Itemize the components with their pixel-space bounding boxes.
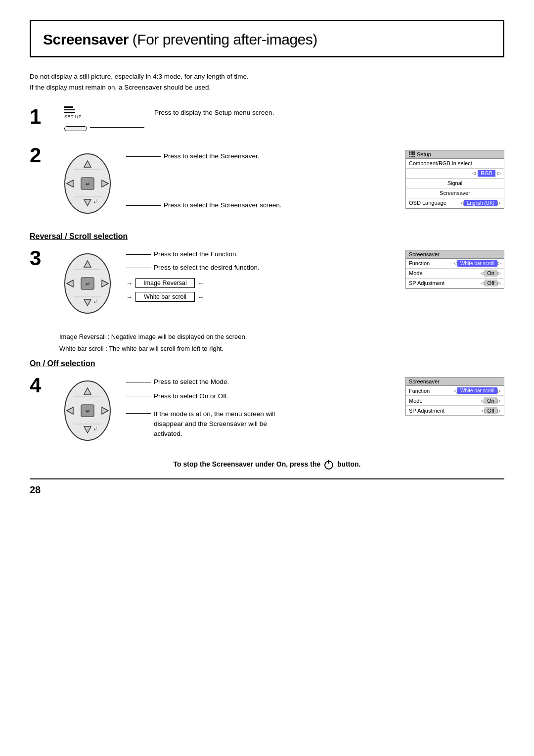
step4-label-function: Function: [409, 388, 454, 394]
title-normal: (For preventing after-images): [129, 31, 317, 47]
step3-arrow-left-function: ◁: [454, 261, 457, 266]
step3-arrow-left-sp: ◁: [481, 281, 485, 285]
menu-row-component: Component/RGB-in select: [406, 159, 504, 169]
step-2-line2: Press to select the Screensaver screen.: [164, 201, 282, 210]
step-4-menu: Screensaver Function ◁ White bar scroll …: [405, 377, 504, 416]
step4-menu-row-function: Function ◁ White bar scroll ▷: [406, 386, 504, 396]
step-4-row: 4 ↵ ↲ Press to select the Mode.: [30, 375, 504, 445]
func-box-white-bar: White bar scroll: [135, 292, 195, 302]
step-3-desc1: Image Reversall : Negative image will be…: [59, 332, 504, 342]
step3-arrow-right-function: ▷: [497, 261, 501, 266]
menu-label-osd: OSD Language: [409, 200, 460, 206]
menu-row-signal: Signal: [406, 179, 504, 189]
svg-text:↵: ↵: [86, 281, 90, 287]
power-icon: [324, 461, 333, 470]
menu-arrow-right-rgb: ▷: [497, 171, 501, 176]
step3-value-sp: Off: [485, 280, 497, 286]
step4-menu-row-sp: SP Adjustment ◁ Off ▷: [406, 406, 504, 416]
step-2-row: 2 ↵ ↲: [30, 145, 504, 218]
step-4-remote: ↵ ↲: [59, 377, 116, 445]
svg-text:↵: ↵: [86, 181, 90, 187]
intro-line2: If the display must remain on, a Screens…: [30, 82, 504, 93]
step3-arrow-right-mode: ▷: [497, 271, 501, 276]
step-3-line2: Press to select the desired function.: [154, 263, 260, 273]
page-title: Screensaver (For preventing after-images…: [30, 20, 504, 57]
menu-value-rgb: RGB: [478, 170, 495, 177]
step-4-text-area: Press to select the Mode. Press to selec…: [126, 375, 396, 439]
step4-arrow-left-sp: ◁: [481, 408, 485, 413]
step-3-remote: ↵ ↲: [59, 250, 116, 318]
step3-menu-row-sp: SP Adjustment ◁ Off ▷: [406, 279, 504, 288]
step-1-number: 1: [30, 106, 59, 127]
step-1-instruction: Press to display the Setup menu screen.: [154, 108, 504, 118]
step4-arrow-left-function: ◁: [454, 388, 457, 393]
step3-value-mode: On: [484, 270, 497, 277]
step3-arrow-right-sp: ▷: [497, 281, 501, 285]
step3-menu-row-function: Function ◁ White bar scroll ▷: [406, 259, 504, 269]
step-4-number: 4: [30, 375, 59, 396]
step-3-row: 3 ↵ ↲ Press to select the Function.: [30, 248, 504, 318]
menu-label-screensaver: Screensaver: [409, 190, 501, 196]
setup-button-visual: [64, 126, 87, 131]
step3-arrow-left-mode: ◁: [481, 271, 484, 276]
step-1-content: SET UP Press to display the Setup menu s…: [59, 106, 504, 131]
step-2-text-area: Press to select the Screensaver. Press t…: [126, 145, 396, 210]
step-3-text-area: Press to select the Function. Press to s…: [126, 248, 396, 302]
menu-arrow-left-osd: ◁: [460, 200, 464, 205]
func-box-row-1: → Image Reversal ←: [126, 278, 396, 288]
step-3-menu-title-text: Screensaver: [409, 251, 440, 257]
step-2-content: ↵ ↲ Press to select the Screensaver. Pre…: [59, 145, 504, 218]
menu-arrow-right-osd: ▷: [497, 200, 501, 205]
menu-label-component: Component/RGB-in select: [409, 160, 501, 166]
step-3-line1: Press to select the Function.: [154, 250, 238, 259]
menu-arrow-left-rgb: ◁: [472, 171, 476, 176]
title-bold: Screensaver: [43, 31, 129, 47]
func-box-image-reversal: Image Reversal: [135, 278, 195, 288]
step4-arrow-right-sp: ▷: [497, 408, 501, 413]
on-off-section-heading: On / Off selection: [30, 359, 504, 368]
step-2-remote: ↵ ↲: [59, 150, 116, 218]
step-2-number: 2: [30, 145, 59, 166]
step-2-menu: Setup Component/RGB-in select ◁ RGB ▷ Si…: [405, 150, 504, 209]
step-3-menu: Screensaver Function ◁ White bar scroll …: [405, 250, 504, 289]
step-3-content: ↵ ↲ Press to select the Function. Press …: [59, 248, 504, 318]
func-arrow-back-1: ←: [198, 280, 204, 287]
menu-row-screensaver: Screensaver: [406, 189, 504, 198]
step4-label-mode: Mode: [409, 398, 481, 404]
step-4-menu-title: Screensaver: [406, 378, 504, 386]
func-arrow-back-2: ←: [198, 293, 204, 301]
menu-value-osd: English (UK): [464, 200, 497, 206]
func-arrow-2: →: [126, 293, 133, 301]
menu-label-signal: Signal: [409, 180, 501, 186]
step3-label-sp: SP Adjustment: [409, 280, 481, 286]
step4-arrow-right-function: ▷: [497, 388, 501, 393]
svg-text:↲: ↲: [93, 198, 97, 204]
step-4-line3: If the mode is at on, the menu screen wi…: [154, 409, 282, 439]
svg-text:↲: ↲: [93, 298, 97, 304]
step-4-line2: Press to select On or Off.: [154, 391, 228, 401]
step-1-row: 1 SET UP Press to display the Setup menu…: [30, 106, 504, 131]
step-1-visual: SET UP: [59, 106, 144, 131]
setup-label: SET UP: [64, 114, 82, 119]
setup-menu-icon: [64, 106, 80, 113]
stop-note-text2: button.: [337, 460, 360, 468]
step-4-content: ↵ ↲ Press to select the Mode. Press to s…: [59, 375, 504, 445]
step3-menu-row-mode: Mode ◁ On ▷: [406, 269, 504, 279]
func-arrow-1: →: [126, 280, 133, 287]
svg-text:↵: ↵: [86, 408, 90, 414]
step4-value-sp: Off: [485, 407, 497, 414]
step-3-desc2: White bar scroll : The white bar will sc…: [59, 344, 504, 354]
svg-text:↲: ↲: [93, 425, 97, 431]
step4-value-function: White bar scroll: [457, 387, 497, 394]
step4-value-mode: On: [484, 397, 497, 404]
stop-note-text: To stop the Screensaver under On, press …: [174, 460, 321, 468]
intro-text: Do not display a still picture, especial…: [30, 71, 504, 93]
page-footer: 28: [30, 478, 504, 496]
step3-label-function: Function: [409, 260, 454, 266]
step3-label-mode: Mode: [409, 270, 481, 276]
step-2-menu-title: Setup: [406, 150, 504, 159]
stop-note-area: To stop the Screensaver under On, press …: [30, 460, 504, 469]
step4-arrow-left-mode: ◁: [481, 398, 484, 403]
step-2-menu-title-text: Setup: [417, 151, 431, 157]
page-number: 28: [30, 484, 41, 496]
